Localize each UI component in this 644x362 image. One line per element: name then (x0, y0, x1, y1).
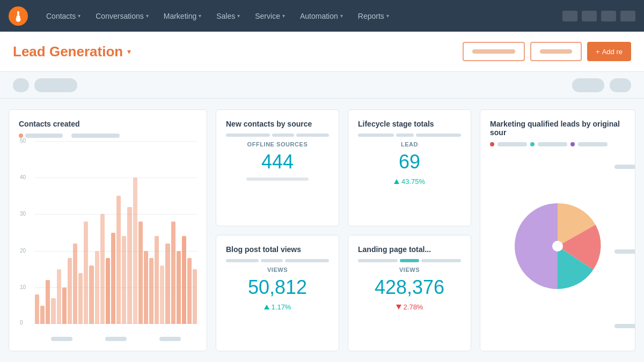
marketing-qualified-card: Marketing qualified leads by original so… (480, 109, 635, 351)
filter-pill-1[interactable] (13, 78, 29, 92)
source-sub-bar (246, 178, 308, 181)
chart-bar (144, 251, 148, 324)
lifecycle-bars (358, 134, 461, 137)
page-title-wrap: Lead Generation ▾ (13, 43, 463, 60)
x-label (159, 337, 181, 341)
plus-icon: + (596, 48, 600, 56)
svg-point-1 (16, 17, 21, 21)
bars-container (35, 141, 197, 324)
new-contacts-title: New contacts by source (226, 120, 329, 128)
lifecycle-title: Lifecycle stage totals (358, 120, 461, 128)
nav-icon-2[interactable] (582, 11, 597, 21)
pie-chart-svg (507, 195, 609, 297)
chart-bar (57, 269, 61, 324)
lc-bar-1 (358, 134, 394, 137)
page-title: Lead Generation (13, 43, 123, 60)
lifecycle-stage-card: Lifecycle stage totals LEAD 69 43.75% (348, 109, 471, 226)
chart-bar (182, 236, 186, 324)
legend-label-2 (71, 134, 120, 138)
lp-bar-2 (400, 259, 420, 262)
filter-pill-2[interactable] (34, 78, 77, 92)
nav-service[interactable]: Service ▾ (247, 0, 292, 32)
chart-bar (165, 243, 170, 324)
chart-bar (171, 221, 175, 324)
bar-2 (272, 134, 294, 137)
nav-right-icons (562, 11, 635, 21)
pie-legend-1 (497, 142, 527, 146)
blog-post-views-card: Blog post total views VIEWS 50,812 1.17% (216, 235, 339, 352)
filters-row (0, 72, 644, 99)
filter-right-1[interactable] (572, 78, 604, 92)
pie-legend-dot-3 (570, 142, 575, 146)
nav-marketing[interactable]: Marketing ▾ (156, 0, 209, 32)
source-bars (226, 134, 329, 137)
chart-bar (149, 258, 153, 324)
lc-bar-3 (416, 134, 461, 137)
hubspot-logo[interactable] (9, 6, 28, 26)
filter-right-2[interactable] (610, 78, 631, 92)
nav-reports[interactable]: Reports ▾ (350, 0, 397, 32)
callout-3 (614, 321, 635, 330)
chart-bar (78, 273, 83, 324)
action-button-2[interactable] (530, 42, 582, 61)
chart-bar (177, 251, 181, 324)
callout-2 (614, 246, 635, 256)
chart-bar (193, 269, 197, 324)
x-label (105, 337, 127, 341)
pie-chart-wrap (490, 151, 625, 341)
chevron-icon: ▾ (78, 13, 80, 19)
x-label (51, 337, 72, 341)
x-axis (35, 337, 197, 341)
landing-label: VIEWS (358, 267, 461, 273)
nav-automation[interactable]: Automation ▾ (292, 0, 350, 32)
mid-left-col: New contacts by source OFFLINE SOURCES 4… (216, 109, 339, 351)
nav-conversations[interactable]: Conversations ▾ (88, 0, 156, 32)
lp-bar-1 (358, 259, 398, 262)
chart-bar (106, 258, 110, 324)
header-actions: + Add re (463, 42, 631, 61)
header-bar: Lead Generation ▾ + Add re (0, 32, 644, 72)
chart-bar (138, 221, 143, 324)
blog-label: VIEWS (226, 267, 329, 273)
chevron-icon: ▾ (340, 13, 343, 19)
lp-bar-3 (421, 259, 461, 262)
landing-page-card: Landing page total... VIEWS 428,376 2.78… (348, 235, 471, 352)
chart-bar (122, 236, 126, 324)
pie-legend-row (490, 142, 625, 146)
down-arrow-icon (396, 305, 401, 309)
mid-right-col: Lifecycle stage totals LEAD 69 43.75% La… (348, 109, 471, 351)
landing-page-title: Landing page total... (358, 245, 461, 254)
chevron-icon: ▾ (146, 13, 149, 19)
chart-bar (89, 265, 93, 324)
pie-legend-3 (578, 142, 608, 146)
nav-icon-3[interactable] (601, 11, 616, 21)
lc-bar-2 (396, 134, 414, 137)
chart-bar (40, 306, 45, 324)
chart-bar (160, 265, 164, 324)
chevron-icon: ▾ (199, 13, 201, 19)
chart-bar (35, 294, 39, 324)
lifecycle-label: LEAD (358, 141, 461, 147)
landing-value: 428,376 (358, 276, 461, 299)
action-button-1[interactable] (463, 42, 525, 61)
legend-label-1 (25, 134, 63, 138)
add-report-button[interactable]: + Add re (587, 42, 631, 61)
title-dropdown-chevron[interactable]: ▾ (127, 47, 131, 56)
chart-bar (100, 214, 105, 324)
chart-bar (127, 207, 131, 324)
bar-1 (226, 134, 270, 137)
nav-icon-1[interactable] (562, 11, 577, 21)
blog-value: 50,812 (226, 276, 329, 299)
pie-segment-4 (515, 203, 558, 289)
up-arrow-icon (264, 305, 269, 309)
nav-contacts[interactable]: Contacts ▾ (39, 0, 88, 32)
chart-bar (84, 221, 88, 324)
pie-legend-2 (538, 142, 567, 146)
source-value: 444 (226, 151, 329, 173)
nav-icon-4[interactable] (620, 11, 635, 21)
landing-bars (358, 259, 461, 262)
chart-bar (95, 251, 99, 324)
legend-dot-1 (19, 134, 23, 138)
chart-bar (51, 298, 55, 324)
nav-sales[interactable]: Sales ▾ (209, 0, 247, 32)
